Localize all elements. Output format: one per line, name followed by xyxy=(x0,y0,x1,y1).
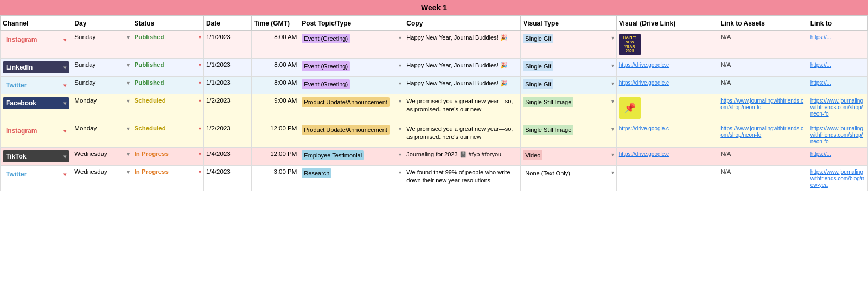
channel-cell[interactable]: TikTok ▾ xyxy=(1,148,72,166)
visual-type-dropdown-icon[interactable]: ▾ xyxy=(611,169,614,175)
link-to-cell[interactable]: https://... xyxy=(808,31,867,59)
channel-dropdown-icon[interactable]: ▾ xyxy=(63,65,66,71)
visual-link-cell[interactable]: https://drive.google.c xyxy=(616,77,718,94)
post-topic-dropdown-icon[interactable]: ▾ xyxy=(399,98,401,104)
link-assets-cell[interactable]: N/A xyxy=(718,148,808,166)
channel-dropdown-icon[interactable]: ▾ xyxy=(63,83,66,89)
link-to-url[interactable]: https://www.journalingwithfriends.com/sh… xyxy=(810,125,863,144)
day-cell[interactable]: Monday ▾ xyxy=(72,94,132,122)
visual-type-dropdown-icon[interactable]: ▾ xyxy=(611,62,614,68)
day-cell[interactable]: Wednesday ▾ xyxy=(72,148,132,166)
visual-drive-link[interactable]: https://drive.google.c xyxy=(619,125,669,131)
post-topic-cell[interactable]: Employee Testimonial ▾ xyxy=(299,148,404,166)
status-dropdown-icon[interactable]: ▾ xyxy=(199,151,201,157)
day-dropdown-icon[interactable]: ▾ xyxy=(127,62,130,68)
link-to-url[interactable]: https://... xyxy=(810,151,831,157)
post-topic-cell[interactable]: Product Update/Announcement ▾ xyxy=(299,122,404,148)
visual-drive-link[interactable]: https://drive.google.c xyxy=(619,151,669,157)
status-cell[interactable]: Scheduled ▾ xyxy=(132,122,203,148)
link-assets-url[interactable]: https://www.journalingwithfriends.com/sh… xyxy=(720,125,803,138)
day-cell[interactable]: Monday ▾ xyxy=(72,122,132,148)
channel-cell[interactable]: Instagram ▾ xyxy=(1,122,72,148)
link-to-url[interactable]: https://... xyxy=(810,80,831,86)
link-to-url[interactable]: https://www.journalingwithfriends.com/bl… xyxy=(810,169,865,188)
status-cell[interactable]: Published ▾ xyxy=(132,77,203,94)
channel-cell[interactable]: Twitter ▾ xyxy=(1,77,72,94)
link-to-url[interactable]: https://www.journalingwithfriends.com/sh… xyxy=(810,98,863,117)
post-topic-dropdown-icon[interactable]: ▾ xyxy=(399,126,401,132)
day-dropdown-icon[interactable]: ▾ xyxy=(127,125,130,131)
channel-cell[interactable]: Twitter ▾ xyxy=(1,166,72,191)
day-dropdown-icon[interactable]: ▾ xyxy=(127,34,130,40)
visual-link-cell[interactable]: https://drive.google.c xyxy=(616,122,718,148)
day-cell[interactable]: Wednesday ▾ xyxy=(72,166,132,191)
channel-cell[interactable]: LinkedIn ▾ xyxy=(1,59,72,77)
channel-cell[interactable]: Instagram ▾ xyxy=(1,31,72,59)
channel-dropdown-icon[interactable]: ▾ xyxy=(63,154,66,160)
visual-drive-link[interactable]: https://drive.google.c xyxy=(619,62,669,68)
status-dropdown-icon[interactable]: ▾ xyxy=(199,34,201,40)
status-cell[interactable]: Scheduled ▾ xyxy=(132,94,203,122)
link-to-cell[interactable]: https://www.journalingwithfriends.com/bl… xyxy=(808,166,867,191)
channel-dropdown-icon[interactable]: ▾ xyxy=(63,172,66,178)
status-dropdown-icon[interactable]: ▾ xyxy=(199,125,201,131)
visual-link-cell[interactable]: 📌 xyxy=(616,94,718,122)
link-to-cell[interactable]: https://www.journalingwithfriends.com/sh… xyxy=(808,122,867,148)
visual-type-dropdown-icon[interactable]: ▾ xyxy=(611,80,614,86)
visual-type-cell[interactable]: Video ▾ xyxy=(521,148,616,166)
status-dropdown-icon[interactable]: ▾ xyxy=(199,98,201,104)
link-assets-cell[interactable]: N/A xyxy=(718,31,808,59)
visual-link-cell[interactable]: HAPPY NEW YEAR2023 xyxy=(616,31,718,59)
visual-type-dropdown-icon[interactable]: ▾ xyxy=(611,152,614,157)
status-cell[interactable]: Published ▾ xyxy=(132,59,203,77)
link-assets-cell[interactable]: N/A xyxy=(718,77,808,94)
visual-type-dropdown-icon[interactable]: ▾ xyxy=(611,126,614,132)
visual-type-cell[interactable]: Single Gif ▾ xyxy=(521,31,616,59)
post-topic-cell[interactable]: Research ▾ xyxy=(299,166,404,191)
post-topic-dropdown-icon[interactable]: ▾ xyxy=(399,62,401,68)
post-topic-dropdown-icon[interactable]: ▾ xyxy=(399,80,401,86)
visual-link-cell[interactable] xyxy=(616,166,718,191)
link-to-url[interactable]: https://... xyxy=(810,34,831,40)
day-dropdown-icon[interactable]: ▾ xyxy=(127,151,130,157)
day-cell[interactable]: Sunday ▾ xyxy=(72,59,132,77)
status-dropdown-icon[interactable]: ▾ xyxy=(199,80,201,86)
visual-drive-link[interactable]: https://drive.google.c xyxy=(619,80,669,86)
post-topic-cell[interactable]: Event (Greeting) ▾ xyxy=(299,59,404,77)
post-topic-dropdown-icon[interactable]: ▾ xyxy=(399,152,401,157)
visual-type-dropdown-icon[interactable]: ▾ xyxy=(611,35,614,41)
status-dropdown-icon[interactable]: ▾ xyxy=(199,169,201,175)
channel-dropdown-icon[interactable]: ▾ xyxy=(63,37,66,43)
post-topic-cell[interactable]: Product Update/Announcement ▾ xyxy=(299,94,404,122)
post-topic-dropdown-icon[interactable]: ▾ xyxy=(399,169,401,175)
day-dropdown-icon[interactable]: ▾ xyxy=(127,80,130,86)
day-cell[interactable]: Sunday ▾ xyxy=(72,77,132,94)
day-cell[interactable]: Sunday ▾ xyxy=(72,31,132,59)
post-topic-dropdown-icon[interactable]: ▾ xyxy=(399,35,401,41)
visual-type-cell[interactable]: Single Still Image ▾ xyxy=(521,94,616,122)
link-assets-cell[interactable]: N/A xyxy=(718,166,808,191)
link-assets-cell[interactable]: N/A xyxy=(718,59,808,77)
post-topic-cell[interactable]: Event (Greeting) ▾ xyxy=(299,31,404,59)
visual-link-cell[interactable]: https://drive.google.c xyxy=(616,148,718,166)
day-dropdown-icon[interactable]: ▾ xyxy=(127,98,130,104)
link-to-cell[interactable]: https://... xyxy=(808,148,867,166)
visual-type-cell[interactable]: None (Text Only) ▾ xyxy=(521,166,616,191)
day-dropdown-icon[interactable]: ▾ xyxy=(127,169,130,175)
visual-type-cell[interactable]: Single Gif ▾ xyxy=(521,59,616,77)
status-dropdown-icon[interactable]: ▾ xyxy=(199,62,201,68)
link-to-cell[interactable]: https://... xyxy=(808,59,867,77)
channel-dropdown-icon[interactable]: ▾ xyxy=(63,128,66,134)
visual-type-cell[interactable]: Single Gif ▾ xyxy=(521,77,616,94)
visual-link-cell[interactable]: https://drive.google.c xyxy=(616,59,718,77)
visual-type-dropdown-icon[interactable]: ▾ xyxy=(611,98,614,104)
status-cell[interactable]: In Progress ▾ xyxy=(132,148,203,166)
status-cell[interactable]: Published ▾ xyxy=(132,31,203,59)
channel-dropdown-icon[interactable]: ▾ xyxy=(63,100,66,106)
link-assets-cell[interactable]: https://www.journalingwithfriends.com/sh… xyxy=(718,94,808,122)
link-to-url[interactable]: https://... xyxy=(810,62,831,68)
visual-type-cell[interactable]: Single Still Image ▾ xyxy=(521,122,616,148)
link-assets-url[interactable]: https://www.journalingwithfriends.com/sh… xyxy=(720,98,803,110)
channel-cell[interactable]: Facebook ▾ xyxy=(1,94,72,122)
link-assets-cell[interactable]: https://www.journalingwithfriends.com/sh… xyxy=(718,122,808,148)
